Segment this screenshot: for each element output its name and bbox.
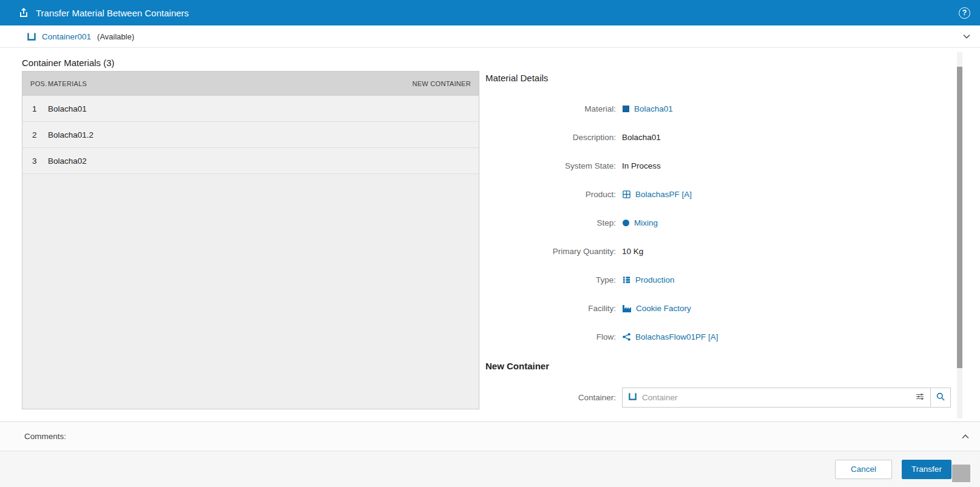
field-value-text: In Process (622, 161, 661, 170)
field-value-link[interactable]: Production (622, 275, 951, 284)
product-grid-icon (622, 190, 631, 199)
chevron-down-icon[interactable] (962, 32, 972, 41)
cell-material: Bolacha02 (48, 156, 479, 166)
field-value-link[interactable]: Bolacha01 (622, 104, 951, 113)
field-value-text: In Process (622, 161, 951, 170)
factory-icon (622, 304, 632, 313)
type-list-icon (622, 275, 631, 284)
field-label: Primary Quantity: (485, 247, 616, 256)
cell-pos: 2 (22, 130, 48, 139)
container-icon (27, 32, 36, 41)
field-value-text: Bolacha01 (622, 133, 951, 142)
column-header-pos: POS. (22, 80, 48, 87)
container-name-link[interactable]: Container001 (42, 32, 91, 41)
magnifier-icon (936, 392, 945, 404)
container-input[interactable] (642, 393, 910, 402)
field-label: Type: (485, 275, 616, 284)
chevron-up-icon[interactable] (961, 432, 970, 442)
container-icon (628, 392, 637, 403)
detail-fields: Material: Bolacha01 Description: Bolacha… (485, 95, 951, 351)
container-materials-table: POS. MATERIALS NEW CONTAINER 1 Bolacha01… (22, 71, 479, 409)
flow-icon (622, 332, 631, 341)
cursor-artifact (952, 465, 970, 482)
cell-pos: 3 (22, 156, 48, 166)
field-facility: Facility: Cookie Factory (485, 294, 951, 323)
material-details-title: Material Details (485, 73, 951, 84)
column-header-new-container: NEW CONTAINER (412, 80, 479, 87)
field-system-state: System State: In Process (485, 152, 951, 180)
action-bar: Cancel Transfer (0, 451, 980, 487)
field-label: Material: (485, 104, 616, 113)
field-value-text[interactable]: Bolacha01 (634, 104, 673, 113)
field-value-text[interactable]: Production (635, 275, 675, 284)
field-material: Material: Bolacha01 (485, 95, 951, 123)
field-value-text[interactable]: Mixing (634, 218, 658, 227)
help-icon[interactable]: ? (959, 7, 970, 19)
container-search-button[interactable] (930, 388, 951, 408)
field-value-link[interactable]: BolachasFlow01PF [A] (622, 332, 951, 341)
cancel-button[interactable]: Cancel (835, 460, 892, 479)
container-input-box[interactable] (622, 388, 931, 408)
container-field-label: Container: (485, 393, 616, 402)
field-type: Type: Production (485, 266, 951, 294)
column-header-materials: MATERIALS (48, 80, 412, 87)
field-label: Step: (485, 218, 616, 227)
scrollbar-thumb[interactable] (957, 67, 962, 368)
field-product: Product: BolachasPF [A] (485, 180, 951, 209)
comments-label: Comments: (24, 432, 66, 441)
field-value-link[interactable]: Cookie Factory (622, 304, 951, 313)
field-label: Description: (485, 133, 616, 142)
transfer-button[interactable]: Transfer (902, 460, 951, 479)
field-flow: Flow: BolachasFlow01PF [A] (485, 323, 951, 351)
filter-sliders-icon[interactable] (915, 392, 925, 404)
container-materials-title: Container Materials (3) (22, 58, 115, 68)
cell-material: Bolacha01 (48, 104, 479, 113)
table-row[interactable]: 1 Bolacha01 (22, 96, 479, 122)
field-primary-quantity: Primary Quantity: 10 Kg (485, 237, 951, 266)
step-circle-icon (622, 219, 630, 227)
field-value-text: 10 Kg (622, 247, 643, 256)
field-step: Step: Mixing (485, 209, 951, 237)
new-container-field: Container: (485, 388, 951, 408)
field-label: Flow: (485, 332, 616, 341)
field-value-text[interactable]: Cookie Factory (636, 304, 691, 313)
container-picker (622, 388, 951, 408)
comments-section[interactable]: Comments: (0, 422, 980, 451)
field-value-link[interactable]: BolachasPF [A] (622, 190, 951, 199)
transfer-container-icon (18, 7, 29, 18)
field-value-text[interactable]: BolachasPF [A] (635, 190, 692, 199)
table-row[interactable]: 2 Bolacha01.2 (22, 122, 479, 148)
cell-material: Bolacha01.2 (48, 130, 479, 139)
container-status: (Available) (97, 32, 134, 41)
page-title: Transfer Material Between Containers (36, 8, 189, 18)
field-description: Description: Bolacha01 (485, 123, 951, 152)
container-selector-bar: Container001 (Available) (0, 25, 980, 48)
field-value-link[interactable]: Mixing (622, 218, 951, 227)
material-details-panel: Material Details Material: Bolacha01 Des… (485, 73, 951, 408)
field-value-text: Bolacha01 (622, 133, 661, 142)
field-label: Product: (485, 190, 616, 199)
table-row[interactable]: 3 Bolacha02 (22, 148, 479, 174)
field-label: System State: (485, 161, 616, 170)
cell-pos: 1 (22, 104, 48, 113)
new-container-title: New Container (485, 361, 951, 372)
transfer-material-dialog: Transfer Material Between Containers ? C… (0, 0, 980, 487)
field-value-text: 10 Kg (622, 247, 951, 256)
title-bar: Transfer Material Between Containers ? (0, 0, 980, 25)
field-value-text[interactable]: BolachasFlow01PF [A] (635, 332, 718, 341)
field-label: Facility: (485, 304, 616, 313)
table-header-row: POS. MATERIALS NEW CONTAINER (22, 72, 479, 96)
material-square-icon (622, 105, 630, 113)
